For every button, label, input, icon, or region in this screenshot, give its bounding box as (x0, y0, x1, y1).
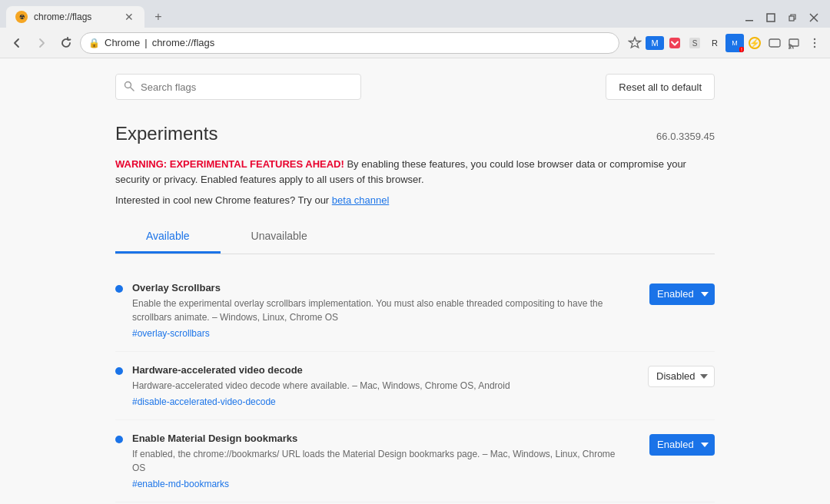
cast-icon[interactable] (785, 34, 804, 52)
reload-button[interactable] (55, 32, 77, 54)
flag-control: Disabled Enabled Default (648, 366, 715, 387)
search-box[interactable] (115, 74, 361, 100)
extension-icon4[interactable]: ⚡ (745, 34, 764, 52)
page-inner: Reset all to default Experiments 66.0.33… (115, 74, 715, 489)
window-controls (739, 11, 824, 28)
version-text: 66.0.3359.45 (656, 131, 715, 142)
new-tab-button[interactable]: + (148, 6, 169, 28)
flags-list: Overlay Scrollbars Enable the experiment… (115, 270, 715, 505)
flag-description: If enabled, the chrome://bookmarks/ URL … (132, 447, 628, 475)
interest-paragraph: Interested in cool new Chrome features? … (115, 193, 715, 208)
address-bar[interactable]: 🔒 Chrome | chrome://flags (80, 32, 619, 54)
warning-bold-text: WARNING: EXPERIMENTAL FEATURES AHEAD! (115, 158, 344, 170)
maximize-button[interactable] (761, 11, 781, 25)
forward-button[interactable] (31, 32, 52, 54)
flag-title: Enable Material Design bookmarks (132, 433, 628, 444)
svg-text:⚡: ⚡ (749, 38, 760, 48)
extension-icon2[interactable]: R (706, 34, 724, 52)
flag-title: Overlay Scrollbars (132, 282, 628, 293)
flag-item-hw-video-decode: Hardware-accelerated video decode Hardwa… (115, 352, 715, 420)
svg-point-13 (788, 48, 790, 49)
tab-title-text: chrome://flags (34, 12, 117, 22)
svg-rect-2 (789, 16, 794, 21)
flag-control: Enabled Disabled Default (649, 434, 715, 456)
svg-point-17 (125, 81, 131, 88)
flag-select-overlay-scrollbars[interactable]: Enabled Disabled Default (649, 284, 715, 305)
beta-channel-link[interactable]: beta channel (332, 194, 389, 206)
restore-button[interactable] (782, 11, 802, 25)
tab-unavailable[interactable]: Unavailable (221, 220, 338, 254)
close-button[interactable] (804, 11, 824, 25)
search-icon (124, 81, 134, 94)
address-favicon: 🔒 (88, 38, 100, 48)
page-title: Experiments (115, 123, 217, 144)
flag-title: Hardware-accelerated video decode (132, 364, 626, 376)
warning-paragraph: WARNING: EXPERIMENTAL FEATURES AHEAD! By… (115, 157, 715, 187)
toolbar-actions: M S R M ! ⚡ (626, 34, 824, 52)
extension-icon5[interactable] (765, 34, 784, 52)
address-prefix: Chrome (105, 37, 140, 48)
tab-favicon-icon: ☢ (15, 11, 28, 23)
flag-description: Enable the experimental overlay scrollba… (132, 297, 628, 324)
flag-anchor-link[interactable]: #overlay-scrollbars (132, 328, 210, 339)
svg-point-15 (814, 41, 815, 43)
svg-rect-5 (669, 38, 680, 48)
flag-item-overlay-scrollbars: Overlay Scrollbars Enable the experiment… (115, 270, 715, 352)
flag-anchor-link[interactable]: #disable-accelerated-video-decode (132, 396, 276, 407)
search-input[interactable] (141, 81, 353, 93)
menu-button[interactable] (805, 34, 824, 52)
extension-icon3[interactable]: M ! (725, 34, 744, 52)
flag-anchor-link[interactable]: #enable-md-bookmarks (132, 479, 229, 489)
svg-point-14 (814, 38, 815, 39)
svg-point-16 (814, 45, 815, 47)
flag-control: Enabled Disabled Default (649, 284, 715, 305)
search-bar-container: Reset all to default (115, 74, 715, 100)
flag-content: Enable Material Design bookmarks If enab… (132, 433, 628, 489)
flag-description: Hardware-accelerated video decode where … (132, 379, 626, 393)
reset-all-button[interactable]: Reset all to default (606, 74, 715, 100)
flag-select-md-bookmarks[interactable]: Enabled Disabled Default (649, 434, 715, 456)
extension-icon1[interactable]: S (686, 34, 704, 52)
svg-rect-1 (767, 14, 775, 22)
svg-rect-11 (769, 39, 780, 47)
active-tab[interactable]: ☢ chrome://flags ✕ (6, 6, 144, 28)
address-separator: | (144, 37, 147, 48)
address-url: chrome://flags (152, 37, 215, 48)
profile-icon[interactable]: M (646, 36, 664, 50)
browser-window: ☢ chrome://flags ✕ + (0, 0, 830, 504)
flag-bullet (115, 436, 123, 443)
flag-content: Hardware-accelerated video decode Hardwa… (132, 364, 626, 407)
experiments-header: Experiments 66.0.3359.45 (115, 123, 715, 144)
tabs-container: Available Unavailable (115, 220, 715, 254)
browser-toolbar: 🔒 Chrome | chrome://flags M S R M ! (0, 28, 830, 58)
pocket-icon[interactable] (666, 34, 684, 52)
svg-rect-0 (745, 20, 753, 22)
title-bar: ☢ chrome://flags ✕ + (0, 0, 830, 28)
interest-text: Interested in cool new Chrome features? … (115, 194, 332, 206)
tab-available[interactable]: Available (115, 220, 221, 254)
minimize-button[interactable] (739, 11, 759, 25)
tab-close-button[interactable]: ✕ (123, 11, 135, 23)
svg-text:S: S (692, 39, 698, 48)
svg-line-18 (131, 88, 134, 91)
flag-item-md-bookmarks: Enable Material Design bookmarks If enab… (115, 420, 715, 502)
page-content: Reset all to default Experiments 66.0.33… (0, 58, 830, 504)
bookmark-icon[interactable] (626, 34, 644, 52)
flag-content: Overlay Scrollbars Enable the experiment… (132, 282, 628, 339)
back-button[interactable] (6, 32, 28, 54)
warning-section: WARNING: EXPERIMENTAL FEATURES AHEAD! By… (115, 157, 715, 208)
flag-bullet (115, 367, 123, 375)
flag-select-hw-video-decode[interactable]: Disabled Enabled Default (648, 366, 715, 387)
flag-bullet (115, 285, 123, 293)
svg-text:R: R (712, 38, 718, 48)
